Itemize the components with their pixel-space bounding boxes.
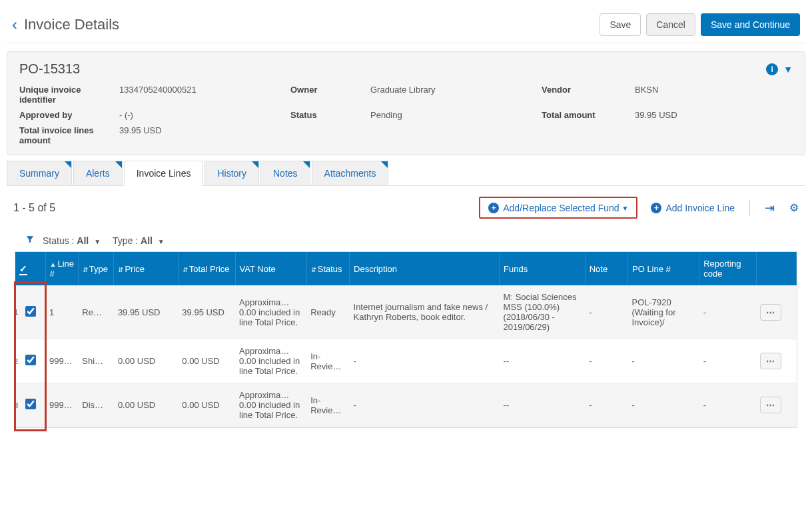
- cell-poline: -: [628, 339, 699, 383]
- cell-vat: Approxima… 0.00 included in line Total P…: [235, 383, 306, 427]
- col-checkbox[interactable]: ✓: [15, 252, 45, 285]
- row-checkbox[interactable]: [25, 355, 36, 365]
- page-title: Invoice Details: [24, 16, 594, 33]
- tab-invoice-lines[interactable]: Invoice Lines: [124, 161, 204, 186]
- tab-history[interactable]: History: [204, 161, 259, 185]
- row-checkbox-cell: 3: [15, 383, 45, 427]
- cell-price: 0.00 USD: [114, 339, 178, 383]
- cancel-button[interactable]: Cancel: [646, 13, 695, 36]
- highlight-add-replace: + Add/Replace Selected Fund ▼: [479, 197, 637, 219]
- cell-total: 39.95 USD: [178, 285, 235, 339]
- cell-status: Ready: [306, 285, 349, 339]
- cell-line[interactable]: 1: [45, 285, 78, 339]
- cell-actions: ⋯: [756, 383, 796, 427]
- table-row: 39999…Dis…0.00 USD0.00 USDApproxima… 0.0…: [15, 383, 797, 427]
- cell-price: 0.00 USD: [114, 383, 178, 427]
- cell-line[interactable]: 9999…: [45, 383, 78, 427]
- cell-total: 0.00 USD: [178, 339, 235, 383]
- row-checkbox-cell: 2: [15, 339, 45, 383]
- cell-desc: -: [350, 339, 500, 383]
- row-checkbox[interactable]: [25, 306, 36, 317]
- export-icon[interactable]: ⇥: [765, 201, 775, 215]
- add-replace-fund-button[interactable]: + Add/Replace Selected Fund ▼: [488, 203, 628, 213]
- tabs: SummaryAlertsInvoice LinesHistoryNotesAt…: [7, 161, 805, 186]
- col-funds[interactable]: Funds: [500, 252, 586, 285]
- row-actions-button[interactable]: ⋯: [760, 397, 781, 413]
- row-count: 1 - 5 of 5: [13, 202, 479, 214]
- save-button[interactable]: Save: [600, 13, 641, 36]
- owner-label: Owner: [290, 85, 357, 105]
- col-total-price[interactable]: ⇵Total Price: [178, 252, 235, 285]
- cell-desc: Internet journalism and fake news / Kath…: [350, 285, 500, 339]
- add-invoice-line-button[interactable]: + Add Invoice Line: [651, 203, 735, 213]
- col-poline[interactable]: PO Line #: [628, 252, 699, 285]
- vendor-value[interactable]: BKSN: [635, 85, 793, 105]
- row-checkbox[interactable]: [25, 399, 36, 409]
- col-price[interactable]: ⇵Price: [114, 252, 178, 285]
- type-filter[interactable]: Type : All ▼: [113, 235, 165, 246]
- row-checkbox-cell: 1: [15, 285, 45, 339]
- cell-status: In-Revie…: [306, 339, 349, 383]
- cell-note: -: [585, 285, 627, 339]
- cell-actions: ⋯: [756, 285, 796, 339]
- total-label: Total amount: [542, 110, 621, 120]
- top-bar: ‹ Invoice Details Save Cancel Save and C…: [7, 7, 805, 43]
- tab-summary[interactable]: Summary: [7, 161, 72, 185]
- tab-notes[interactable]: Notes: [260, 161, 310, 185]
- status-value: Pending: [370, 110, 528, 120]
- col-type[interactable]: ⇵Type: [78, 252, 114, 285]
- col-reporting[interactable]: Reporting code: [699, 252, 757, 285]
- chevron-down-icon[interactable]: ▼: [783, 64, 793, 75]
- tab-alerts[interactable]: Alerts: [73, 161, 123, 185]
- cell-note: -: [585, 383, 627, 427]
- grid-container: ✓ ▲Line # ⇵Type ⇵Price ⇵Total Price VAT …: [7, 251, 805, 428]
- cell-type: Dis…: [78, 383, 114, 427]
- col-description[interactable]: Description: [350, 252, 500, 285]
- row-actions-button[interactable]: ⋯: [760, 304, 781, 321]
- col-status[interactable]: ⇵Status: [306, 252, 349, 285]
- add-replace-label: Add/Replace Selected Fund: [503, 203, 619, 213]
- col-vat[interactable]: VAT Note: [235, 252, 306, 285]
- summary-panel: PO-15313 i ▼ Unique invoice identifier 1…: [7, 51, 805, 155]
- tab-attachments[interactable]: Attachments: [312, 161, 389, 185]
- info-icon[interactable]: i: [766, 63, 778, 75]
- cell-desc: -: [350, 383, 500, 427]
- cell-funds: --: [500, 383, 586, 427]
- col-line[interactable]: ▲Line #: [45, 252, 78, 285]
- cell-reporting: -: [699, 383, 757, 427]
- approved-label: Approved by: [19, 110, 106, 120]
- row-actions-button[interactable]: ⋯: [760, 353, 781, 369]
- back-icon[interactable]: ‹: [12, 15, 17, 34]
- save-continue-button[interactable]: Save and Continue: [701, 13, 800, 36]
- cell-poline[interactable]: POL-7920 (Waiting for Invoice)/: [628, 285, 699, 339]
- gear-icon[interactable]: ⚙: [789, 201, 799, 214]
- filter-icon[interactable]: [25, 235, 35, 246]
- cell-vat: Approxima… 0.00 included in line Total P…: [235, 285, 306, 339]
- table-row: 11Re…39.95 USD39.95 USDApproxima… 0.00 i…: [15, 285, 797, 339]
- cell-type: Shi…: [78, 339, 114, 383]
- total-value: 39.95 USD: [635, 110, 793, 120]
- table-toolbar: 1 - 5 of 5 + Add/Replace Selected Fund ▼…: [7, 186, 805, 229]
- add-line-label: Add Invoice Line: [665, 203, 735, 213]
- filters-bar: Status : All ▼ Type : All ▼: [15, 229, 797, 251]
- caret-down-icon: ▼: [622, 205, 629, 212]
- cell-vat: Approxima… 0.00 included in line Total P…: [235, 339, 306, 383]
- vendor-label: Vendor: [542, 85, 621, 105]
- row-number: 2: [15, 357, 18, 365]
- caret-down-icon: ▼: [158, 238, 165, 245]
- invoice-lines-table: ✓ ▲Line # ⇵Type ⇵Price ⇵Total Price VAT …: [15, 252, 797, 427]
- uid-label: Unique invoice identifier: [19, 85, 106, 105]
- approved-value: - (-): [119, 110, 277, 120]
- po-number: PO-15313: [19, 61, 766, 77]
- status-filter[interactable]: Status : All ▼: [43, 235, 101, 246]
- table-row: 29999…Shi…0.00 USD0.00 USDApproxima… 0.0…: [15, 339, 797, 383]
- cell-price: 39.95 USD: [114, 285, 178, 339]
- status-label: Status: [290, 110, 357, 120]
- lines-amt-label: Total invoice lines amount: [19, 125, 106, 145]
- cell-actions: ⋯: [756, 339, 796, 383]
- col-note[interactable]: Note: [585, 252, 627, 285]
- cell-line[interactable]: 9999…: [45, 339, 78, 383]
- col-actions: [756, 252, 796, 285]
- cell-funds[interactable]: M: Social Sciences MSS (100.0%) (2018/06…: [500, 285, 586, 339]
- cell-note: -: [585, 339, 627, 383]
